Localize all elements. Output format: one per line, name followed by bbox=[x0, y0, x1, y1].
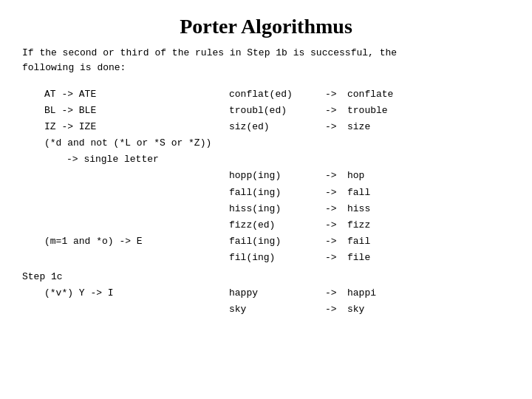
rules-section: AT -> ATEconflat(ed)->conflateBL -> BLEt… bbox=[22, 86, 510, 318]
table-row: BL -> BLEtroubl(ed)->trouble bbox=[22, 103, 510, 119]
table-row: fizz(ed)->fizz bbox=[22, 217, 510, 233]
page-title: Porter Algorithmus bbox=[22, 15, 510, 38]
table-row: IZ -> IZEsiz(ed)->size bbox=[22, 119, 510, 135]
table-row: AT -> ATEconflat(ed)->conflate bbox=[22, 86, 510, 103]
table-row: sky->sky bbox=[22, 301, 510, 318]
table-row: fil(ing)->file bbox=[22, 250, 510, 266]
table-row: (m=1 and *o) -> Efail(ing)->fail bbox=[22, 233, 510, 250]
table-row: fall(ing)->fall bbox=[22, 185, 510, 201]
table-row: -> single letter bbox=[22, 151, 510, 168]
table-row: hopp(ing)->hop bbox=[22, 168, 510, 184]
intro-paragraph: If the second or third of the rules in S… bbox=[22, 46, 510, 75]
table-row: hiss(ing)->hiss bbox=[22, 201, 510, 217]
table-row: (*d and not (*L or *S or *Z)) bbox=[22, 135, 510, 151]
table-row: (*v*) Y -> Ihappy->happi bbox=[22, 285, 510, 301]
step1c-label: Step 1c bbox=[22, 269, 63, 285]
